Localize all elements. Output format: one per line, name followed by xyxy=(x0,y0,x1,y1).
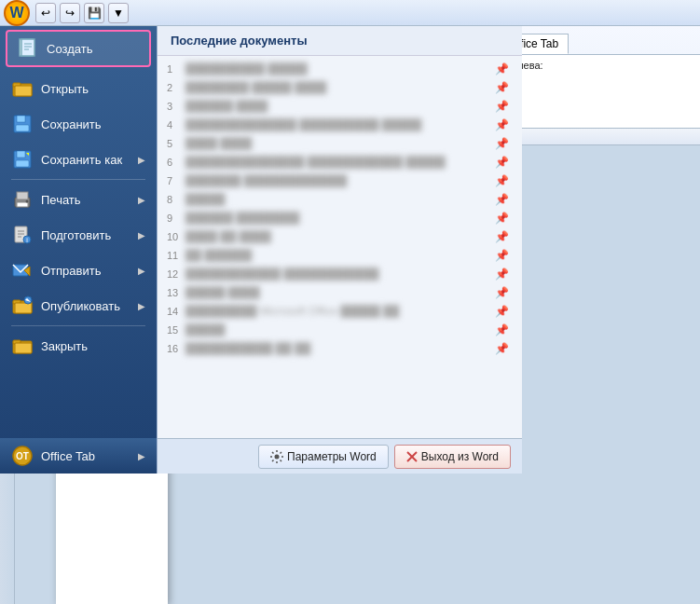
recent-name-13: █████ ████ xyxy=(185,286,489,299)
recent-pin-16[interactable]: 📌 xyxy=(495,342,509,355)
open-label: Открыть xyxy=(41,82,145,96)
recent-item-12[interactable]: 12 ████████████ ████████████ 📌 xyxy=(158,265,522,283)
recent-pin-7[interactable]: 📌 xyxy=(495,174,509,187)
prepare-label: Подготовить xyxy=(41,228,130,242)
saveas-label: Сохранить как xyxy=(41,153,130,167)
recent-item-8[interactable]: 8 █████ 📌 xyxy=(158,190,522,209)
recent-pin-10[interactable]: 📌 xyxy=(495,230,509,243)
recent-item-3[interactable]: 3 ██████ ████ 📌 xyxy=(158,97,522,116)
saveas-icon xyxy=(11,148,34,171)
recent-docs-panel: Последние документы 1 ██████████ █████ 📌… xyxy=(157,26,522,474)
svg-rect-33 xyxy=(15,303,32,313)
prepare-arrow: ▶ xyxy=(138,230,145,240)
send-arrow: ▶ xyxy=(138,266,145,276)
print-icon xyxy=(11,188,34,211)
close-label: Закрыть xyxy=(41,339,145,353)
recent-item-5[interactable]: 5 ████ ████ 📌 xyxy=(158,134,522,153)
menu-item-prepare[interactable]: i Подготовить ▶ xyxy=(0,217,157,253)
separator-2 xyxy=(11,325,145,326)
recent-item-10[interactable]: 10 ████ ██ ████ 📌 xyxy=(158,227,522,246)
redo-button[interactable]: ↪ xyxy=(60,3,80,23)
recent-name-10: ████ ██ ████ xyxy=(185,230,489,243)
send-label: Отправить xyxy=(41,264,130,278)
menu-item-send[interactable]: Отправить ▶ xyxy=(0,253,157,288)
svg-rect-5 xyxy=(21,39,34,56)
recent-num-13: 13 xyxy=(167,287,180,298)
menu-item-print[interactable]: Печать ▶ xyxy=(0,182,157,217)
saveas-arrow: ▶ xyxy=(138,155,145,165)
recent-num-3: 3 xyxy=(167,101,180,112)
recent-pin-3[interactable]: 📌 xyxy=(495,100,509,113)
recent-name-14: █████████ Microsoft Office █████ ██ xyxy=(185,305,489,318)
open-icon xyxy=(11,77,34,100)
recent-item-14[interactable]: 14 █████████ Microsoft Office █████ ██ 📌 xyxy=(158,302,522,321)
menu-item-open[interactable]: Открыть xyxy=(0,71,157,106)
recent-item-1[interactable]: 1 ██████████ █████ 📌 xyxy=(158,60,522,78)
create-label: Создать xyxy=(47,42,140,56)
publish-label: Опубликовать xyxy=(41,299,130,313)
print-arrow: ▶ xyxy=(138,195,145,205)
menu-item-publish[interactable]: Опубликовать ▶ xyxy=(0,288,157,323)
recent-item-11[interactable]: 11 ██ ██████ 📌 xyxy=(158,246,522,265)
recent-pin-9[interactable]: 📌 xyxy=(495,212,509,225)
menu-item-officetab[interactable]: OT Office Tab ▶ xyxy=(0,438,157,474)
recent-item-15[interactable]: 15 █████ 📌 xyxy=(158,321,522,339)
recent-pin-8[interactable]: 📌 xyxy=(495,193,509,206)
toolbar: ↩ ↪ 💾 ▼ xyxy=(0,0,700,26)
recent-name-2: ████████ █████ ████ xyxy=(185,81,489,94)
svg-rect-38 xyxy=(15,343,32,353)
recent-pin-2[interactable]: 📌 xyxy=(495,81,509,94)
recent-pin-13[interactable]: 📌 xyxy=(495,286,509,299)
word-settings-button[interactable]: Параметры Word xyxy=(258,445,389,469)
recent-name-12: ████████████ ████████████ xyxy=(185,268,489,281)
recent-item-13[interactable]: 13 █████ ████ 📌 xyxy=(158,283,522,302)
recent-pin-14[interactable]: 📌 xyxy=(495,305,509,318)
recent-pin-12[interactable]: 📌 xyxy=(495,268,509,281)
svg-rect-16 xyxy=(17,151,25,158)
recent-name-9: ██████ ████████ xyxy=(185,212,489,225)
undo-button[interactable]: ↩ xyxy=(35,3,56,23)
recent-pin-11[interactable]: 📌 xyxy=(495,249,509,262)
recent-item-4[interactable]: 4 ██████████████ ██████████ █████ 📌 xyxy=(158,116,522,134)
officetab-label: Office Tab xyxy=(41,449,95,463)
recent-pin-1[interactable]: 📌 xyxy=(495,62,509,76)
officetab-arrow: ▶ xyxy=(138,451,145,461)
recent-name-1: ██████████ █████ xyxy=(185,62,489,76)
recent-pin-5[interactable]: 📌 xyxy=(495,137,509,150)
recent-num-4: 4 xyxy=(167,119,180,130)
menu-item-saveas[interactable]: Сохранить как ▶ xyxy=(0,142,157,177)
recent-num-16: 16 xyxy=(167,343,180,354)
recent-item-9[interactable]: 9 ██████ ████████ 📌 xyxy=(158,209,522,227)
publish-arrow: ▶ xyxy=(138,301,145,311)
menu-item-save[interactable]: Сохранить xyxy=(0,106,157,142)
save-icon xyxy=(11,113,34,135)
recent-pin-6[interactable]: 📌 xyxy=(495,156,509,169)
recent-name-5: ████ ████ xyxy=(185,137,489,150)
recent-num-6: 6 xyxy=(167,157,180,168)
recent-name-6: ███████████████ ████████████ █████ xyxy=(185,156,489,169)
menu-item-create[interactable]: Создать xyxy=(6,30,151,67)
svg-rect-13 xyxy=(17,116,25,122)
exit-icon xyxy=(406,451,418,462)
recent-num-14: 14 xyxy=(167,306,180,317)
recent-pin-4[interactable]: 📌 xyxy=(495,118,509,131)
recent-num-5: 5 xyxy=(167,138,180,149)
prepare-icon: i xyxy=(11,224,34,246)
print-label: Печать xyxy=(41,193,130,207)
menu-item-close[interactable]: Закрыть xyxy=(0,328,157,364)
exit-word-button[interactable]: Выход из Word xyxy=(394,445,511,469)
recent-pin-15[interactable]: 📌 xyxy=(495,323,509,336)
svg-point-22 xyxy=(26,200,29,203)
recent-item-6[interactable]: 6 ███████████████ ████████████ █████ 📌 xyxy=(158,153,522,172)
save-quick-button[interactable]: 💾 xyxy=(84,3,104,23)
file-menu: Создать Открыть Сохранить xyxy=(0,26,522,474)
publish-icon xyxy=(11,295,34,317)
recent-item-2[interactable]: 2 ████████ █████ ████ 📌 xyxy=(158,78,522,97)
word-settings-label: Параметры Word xyxy=(287,450,377,463)
save-label: Сохранить xyxy=(41,117,145,131)
recent-num-8: 8 xyxy=(167,194,180,205)
toolbar-extra-button[interactable]: ▼ xyxy=(108,3,129,23)
recent-item-16[interactable]: 16 ███████████ ██ ██ 📌 xyxy=(158,339,522,358)
recent-item-7[interactable]: 7 ███████ █████████████ 📌 xyxy=(158,172,522,190)
recent-docs-list: 1 ██████████ █████ 📌 2 ████████ █████ ██… xyxy=(158,56,522,438)
